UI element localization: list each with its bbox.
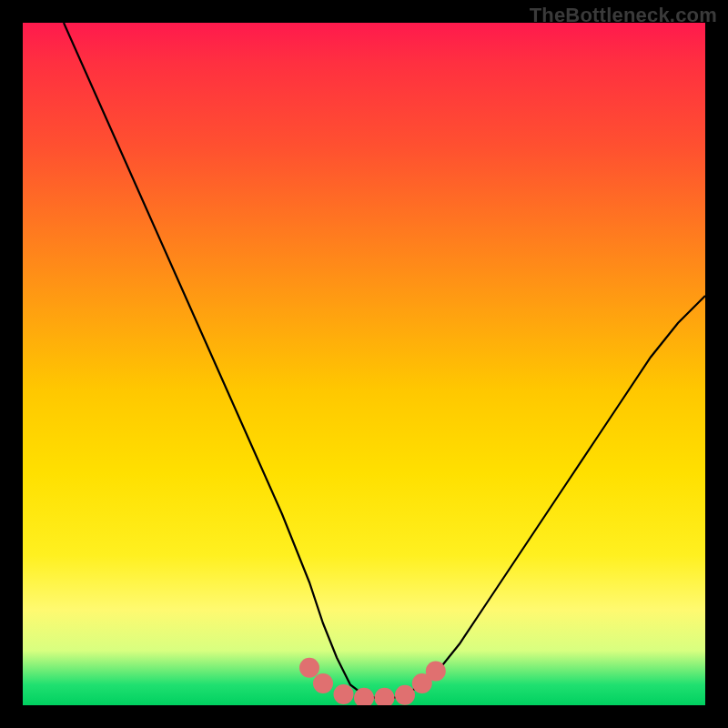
curve-layer xyxy=(23,23,705,705)
optimal-range-markers xyxy=(299,658,446,705)
plot-area xyxy=(23,23,705,705)
chart-frame: TheBottleneck.com xyxy=(0,0,728,728)
optimal-marker xyxy=(375,688,395,705)
watermark-text: TheBottleneck.com xyxy=(530,4,717,27)
bottleneck-curve xyxy=(64,23,705,699)
optimal-marker xyxy=(334,684,354,704)
optimal-marker xyxy=(313,673,333,693)
optimal-marker xyxy=(395,685,415,705)
optimal-marker xyxy=(299,658,319,678)
optimal-marker xyxy=(426,662,446,682)
